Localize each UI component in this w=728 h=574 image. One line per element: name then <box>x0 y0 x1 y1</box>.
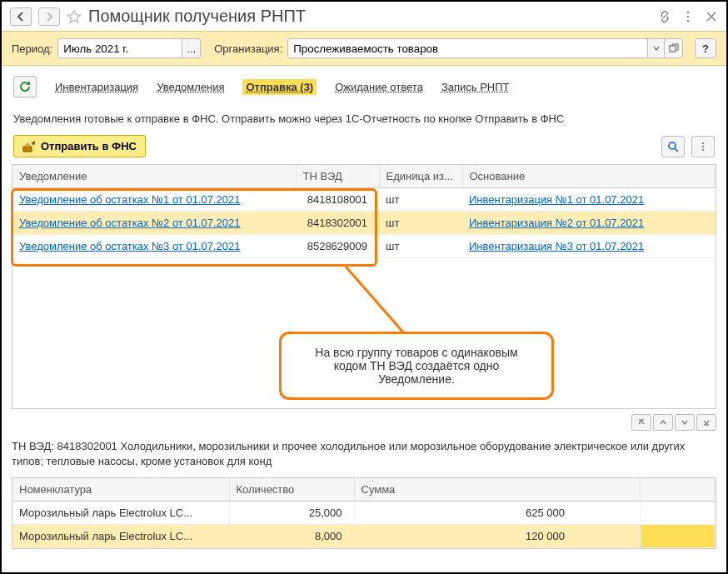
tnved-description: ТН ВЭД: 8418302001 Холодильники, морозил… <box>2 436 726 477</box>
org-open-button[interactable] <box>665 38 683 58</box>
col2-extra <box>641 478 716 502</box>
tnved-cell: 8528629009 <box>296 235 379 258</box>
send-icon <box>22 141 36 152</box>
more-actions-button[interactable] <box>691 136 715 157</box>
notice-link[interactable]: Уведомление об остатках №2 от 01.07.2021 <box>19 217 240 229</box>
link-icon[interactable] <box>658 10 671 23</box>
send-to-fns-button[interactable]: Отправить в ФНС <box>13 135 146 157</box>
col-unit[interactable]: Единица из... <box>379 165 462 188</box>
favorite-star-icon[interactable] <box>67 9 82 24</box>
period-picker-button[interactable]: ... <box>182 38 201 58</box>
col2-name[interactable]: Номенклатура <box>12 478 229 502</box>
scroll-top-button[interactable] <box>631 414 651 431</box>
basis-link[interactable]: Инвентаризация №3 от 01.07.2021 <box>469 240 644 252</box>
tab-send[interactable]: Отправка (3) <box>242 79 317 95</box>
col-basis[interactable]: Основание <box>462 165 716 188</box>
col-tnved[interactable]: ТН ВЭД <box>296 165 379 188</box>
active-cell[interactable] <box>641 525 716 548</box>
item-qty: 8,000 <box>229 525 354 548</box>
scroll-down-button[interactable] <box>675 414 695 431</box>
col2-sum[interactable]: Сумма <box>354 478 641 502</box>
period-label: Период: <box>12 42 52 55</box>
notice-link[interactable]: Уведомление об остатках №1 от 01.07.2021 <box>19 193 240 206</box>
refresh-button[interactable] <box>13 76 37 97</box>
tnved-cell: 8418302001 <box>296 212 379 235</box>
svg-point-7 <box>702 145 705 147</box>
unit-cell: шт <box>379 212 462 235</box>
window-title: Помощник получения РНПТ <box>88 7 651 26</box>
item-name: Морозильный ларь Electrolux LC... <box>12 525 229 548</box>
unit-cell: шт <box>379 235 462 258</box>
nav-forward-button[interactable] <box>38 7 60 26</box>
svg-point-5 <box>669 142 676 149</box>
svg-rect-4 <box>23 147 32 152</box>
detail-row[interactable]: Морозильный ларь Electrolux LC... 8,000 … <box>12 525 716 548</box>
item-sum: 120 000 <box>354 525 641 548</box>
item-qty: 25,000 <box>229 502 354 525</box>
org-label: Организация: <box>214 42 282 55</box>
table-row[interactable]: Уведомление об остатках №3 от 01.07.2021… <box>12 235 716 258</box>
basis-link[interactable]: Инвентаризация №1 от 01.07.2021 <box>469 193 644 206</box>
period-input[interactable] <box>57 38 182 58</box>
more-icon[interactable] <box>681 10 695 23</box>
svg-point-6 <box>702 142 705 144</box>
table-row[interactable]: Уведомление об остатках №1 от 01.07.2021… <box>12 188 716 212</box>
tab-notices[interactable]: Уведомления <box>157 81 224 93</box>
help-button[interactable]: ? <box>695 38 716 58</box>
basis-link[interactable]: Инвентаризация №2 от 01.07.2021 <box>469 217 644 229</box>
scroll-bottom-button[interactable] <box>696 414 716 431</box>
table-row[interactable]: Уведомление об остатках №2 от 01.07.2021… <box>12 212 716 235</box>
col2-qty[interactable]: Количество <box>229 478 354 502</box>
svg-rect-3 <box>670 46 676 52</box>
unit-cell: шт <box>379 188 462 212</box>
close-icon[interactable] <box>705 10 718 23</box>
annotation-callout: На всю группу товаров с одинаковым кодом… <box>279 332 554 400</box>
col-notice[interactable]: Уведомление <box>12 165 296 188</box>
scroll-up-button[interactable] <box>653 414 673 431</box>
org-dropdown-button[interactable] <box>648 38 665 58</box>
send-button-label: Отправить в ФНС <box>41 140 137 152</box>
svg-point-2 <box>687 19 690 22</box>
tab-record[interactable]: Запись РНПТ <box>441 81 510 93</box>
detail-row[interactable]: Морозильный ларь Electrolux LC... 25,000… <box>12 502 716 525</box>
item-sum: 625 000 <box>354 502 641 525</box>
nav-back-button[interactable] <box>10 7 32 26</box>
tnved-cell: 8418108001 <box>296 188 379 212</box>
tab-waiting[interactable]: Ожидание ответа <box>335 81 423 93</box>
svg-point-8 <box>702 148 705 151</box>
search-button[interactable] <box>661 136 685 157</box>
annotation-connector <box>329 267 429 342</box>
notice-link[interactable]: Уведомление об остатках №3 от 01.07.2021 <box>19 240 240 252</box>
tab-inventory[interactable]: Инвентаризация <box>55 81 138 93</box>
svg-point-1 <box>687 15 690 17</box>
description-text: Уведомления готовые к отправке в ФНС. От… <box>2 107 726 135</box>
org-input[interactable] <box>287 38 648 58</box>
svg-point-0 <box>687 11 690 13</box>
item-name: Морозильный ларь Electrolux LC... <box>12 502 229 525</box>
